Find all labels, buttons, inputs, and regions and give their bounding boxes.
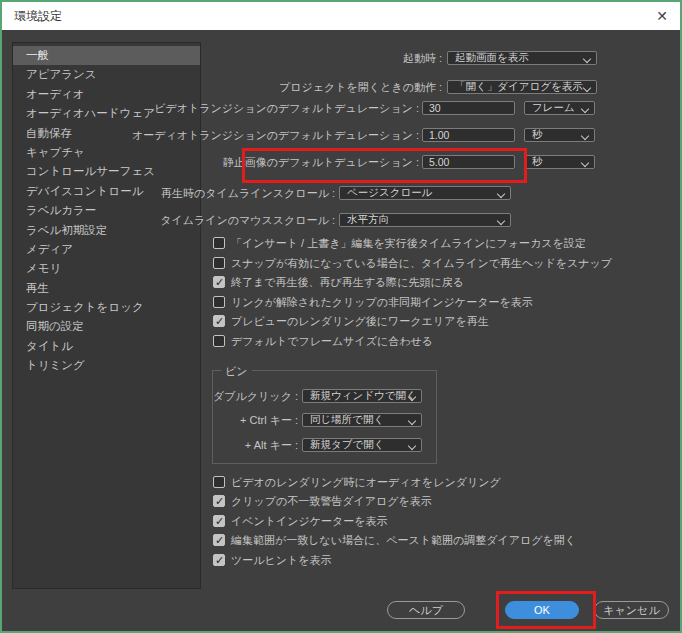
- startup-select[interactable]: 起動画面を表示: [447, 51, 597, 65]
- chevron-down-icon: [583, 55, 591, 63]
- timeline-playback-scroll-label: 再生時のタイムラインスクロール :: [161, 186, 335, 200]
- window-titlebar: 環境設定 ✕: [2, 2, 680, 30]
- checkbox-return-to-start-after-playback[interactable]: 終了まで再生後、再び再生する際に先頭に戻る: [213, 275, 464, 289]
- audio-transition-unit-select[interactable]: 秒: [524, 128, 595, 142]
- checkbox-label: 終了まで再生後、再び再生する際に先頭に戻る: [231, 275, 464, 290]
- video-transition-unit-value: フレーム: [532, 101, 575, 115]
- close-icon[interactable]: ✕: [656, 9, 668, 23]
- checkbox-scale-to-frame-size[interactable]: デフォルトでフレームサイズに合わせる: [213, 334, 433, 348]
- chevron-down-icon: [497, 190, 505, 198]
- startup-label: 起動時 :: [403, 51, 442, 65]
- bin-double-click-value: 新規ウィンドウで開く: [310, 389, 417, 403]
- open-project-select-value: 「開く」ダイアログを表示: [455, 80, 583, 94]
- bin-alt-key-select[interactable]: 新規タブで開く: [302, 438, 422, 452]
- sidebar-item-sync-settings[interactable]: 同期の設定: [13, 317, 200, 336]
- audio-transition-unit-value: 秒: [532, 128, 543, 142]
- video-transition-duration-input[interactable]: [422, 101, 515, 115]
- screenshot-frame: 環境設定 ✕ 一般 アピアランス オーディオ オーディオハードウェア 自動保存 …: [0, 0, 682, 633]
- checkbox-label: ツールヒントを表示: [231, 553, 332, 568]
- bin-ctrl-key-value: 同じ場所で開く: [310, 413, 384, 427]
- bin-group: ビン ダブルクリック : 新規ウィンドウで開く + Ctrl キー : 同じ場所…: [212, 370, 437, 464]
- chevron-down-icon: [583, 84, 591, 92]
- checkbox-open-paste-adjust-dialog[interactable]: 編集範囲が一致しない場合に、ペースト範囲の調整ダイアログを開く: [213, 533, 576, 547]
- checkbox-icon[interactable]: [213, 335, 225, 347]
- still-image-unit-select[interactable]: 秒: [524, 155, 595, 169]
- checkbox-show-clip-mismatch-dialog[interactable]: クリップの不一致警告ダイアログを表示: [213, 494, 432, 508]
- sidebar-item-general[interactable]: 一般: [13, 46, 200, 65]
- open-project-select[interactable]: 「開く」ダイアログを表示: [447, 80, 597, 94]
- sidebar-item-capture[interactable]: キャプチャ: [13, 143, 200, 162]
- open-project-label: プロジェクトを開くときの動作 :: [279, 80, 442, 94]
- timeline-mouse-scroll-value: 水平方向: [347, 213, 389, 227]
- checkbox-label: デフォルトでフレームサイズに合わせる: [231, 334, 433, 349]
- chevron-down-icon: [581, 159, 589, 167]
- help-button[interactable]: ヘルプ: [387, 601, 465, 619]
- checkbox-show-tooltips[interactable]: ツールヒントを表示: [213, 553, 332, 567]
- bin-double-click-label: ダブルクリック :: [213, 389, 298, 403]
- bin-alt-key-value: 新規タブで開く: [310, 438, 384, 452]
- checkbox-icon[interactable]: [213, 296, 225, 308]
- checkbox-icon[interactable]: [213, 534, 225, 546]
- bin-ctrl-key-label: + Ctrl キー :: [240, 413, 298, 427]
- timeline-mouse-scroll-label: タイムラインのマウススクロール :: [160, 213, 335, 227]
- checkbox-icon[interactable]: [213, 237, 225, 249]
- ok-button[interactable]: OK: [505, 601, 579, 619]
- checkbox-show-out-of-sync-indicator[interactable]: リンクが解除されたクリップの非同期インジケーターを表示: [213, 295, 533, 309]
- checkbox-icon[interactable]: [213, 554, 225, 566]
- audio-transition-duration-input[interactable]: [422, 128, 515, 142]
- checkbox-icon[interactable]: [213, 476, 225, 488]
- sidebar-item-memory[interactable]: メモリ: [13, 259, 200, 278]
- dialog-body: 一般 アピアランス オーディオ オーディオハードウェア 自動保存 キャプチャ コ…: [2, 30, 680, 631]
- checkbox-snap-playhead[interactable]: スナップが有効になっている場合に、タイムラインで再生ヘッドをスナップ: [213, 256, 612, 270]
- bin-group-title: ビン: [221, 364, 252, 379]
- sidebar-item-media[interactable]: メディア: [13, 240, 200, 259]
- sidebar-item-trim[interactable]: トリミング: [13, 356, 200, 375]
- checkbox-label: 編集範囲が一致しない場合に、ペースト範囲の調整ダイアログを開く: [231, 533, 576, 548]
- video-transition-duration-label: ビデオトランジションのデフォルトデュレーション :: [154, 101, 419, 115]
- chevron-down-icon: [408, 417, 416, 425]
- checkbox-label: クリップの不一致警告ダイアログを表示: [231, 494, 432, 509]
- bin-ctrl-key-select[interactable]: 同じ場所で開く: [302, 413, 422, 427]
- still-image-unit-value: 秒: [532, 155, 543, 169]
- checkbox-label: 「インサート / 上書き」編集を実行後タイムラインにフォーカスを設定: [231, 236, 586, 251]
- startup-select-value: 起動画面を表示: [455, 51, 529, 65]
- checkbox-label: プレビューのレンダリング後にワークエリアを再生: [231, 314, 489, 329]
- checkbox-focus-timeline-after-edit[interactable]: 「インサート / 上書き」編集を実行後タイムラインにフォーカスを設定: [213, 236, 586, 250]
- still-image-duration-input[interactable]: [422, 155, 515, 169]
- preferences-sidebar: 一般 アピアランス オーディオ オーディオハードウェア 自動保存 キャプチャ コ…: [12, 42, 201, 589]
- bin-alt-key-label: + Alt キー :: [245, 438, 298, 452]
- chevron-down-icon: [497, 217, 505, 225]
- checkbox-label: リンクが解除されたクリップの非同期インジケーターを表示: [231, 295, 533, 310]
- checkbox-show-event-indicator[interactable]: イベントインジケーターを表示: [213, 514, 388, 528]
- checkbox-label: イベントインジケーターを表示: [231, 514, 388, 529]
- chevron-down-icon: [581, 105, 589, 113]
- checkbox-icon[interactable]: [213, 515, 225, 527]
- timeline-mouse-scroll-select[interactable]: 水平方向: [339, 213, 511, 227]
- checkbox-label: ビデオのレンダリング時にオーディオをレンダリング: [231, 475, 501, 490]
- checkbox-play-work-area-after-render[interactable]: プレビューのレンダリング後にワークエリアを再生: [213, 314, 489, 328]
- checkbox-label: スナップが有効になっている場合に、タイムラインで再生ヘッドをスナップ: [231, 256, 612, 271]
- sidebar-item-lock-project[interactable]: プロジェクトをロック: [13, 298, 200, 317]
- cancel-button[interactable]: キャンセル: [594, 601, 669, 619]
- sidebar-item-control-surface[interactable]: コントロールサーフェス: [13, 162, 200, 181]
- checkbox-icon[interactable]: [213, 276, 225, 288]
- timeline-playback-scroll-select[interactable]: ページスクロール: [339, 186, 511, 200]
- checkbox-icon[interactable]: [213, 495, 225, 507]
- chevron-down-icon: [408, 442, 416, 450]
- checkbox-icon[interactable]: [213, 257, 225, 269]
- sidebar-item-titles[interactable]: タイトル: [13, 337, 200, 356]
- sidebar-item-playback[interactable]: 再生: [13, 279, 200, 298]
- video-transition-unit-select[interactable]: フレーム: [524, 101, 595, 115]
- sidebar-item-appearance[interactable]: アピアランス: [13, 65, 200, 84]
- audio-transition-duration-label: オーディオトランジションのデフォルトデュレーション :: [132, 128, 419, 142]
- checkbox-render-audio-with-video[interactable]: ビデオのレンダリング時にオーディオをレンダリング: [213, 475, 501, 489]
- checkbox-icon[interactable]: [213, 315, 225, 327]
- bin-double-click-select[interactable]: 新規ウィンドウで開く: [302, 389, 422, 403]
- chevron-down-icon: [581, 132, 589, 140]
- still-image-duration-label: 静止画像のデフォルトデュレーション :: [223, 155, 419, 169]
- timeline-playback-scroll-value: ページスクロール: [347, 186, 432, 200]
- window-title: 環境設定: [14, 8, 62, 25]
